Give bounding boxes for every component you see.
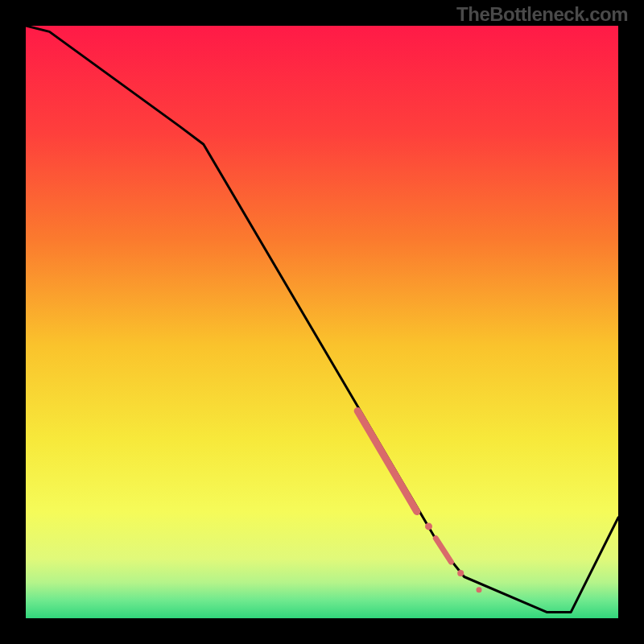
watermark-label: TheBottleneck.com (456, 3, 628, 26)
gradient-background (26, 26, 618, 618)
marker-point (425, 522, 432, 530)
chart-container: TheBottleneck.com (0, 0, 644, 644)
marker-point (477, 587, 482, 592)
chart-plot (26, 26, 618, 618)
marker-point (457, 570, 464, 576)
